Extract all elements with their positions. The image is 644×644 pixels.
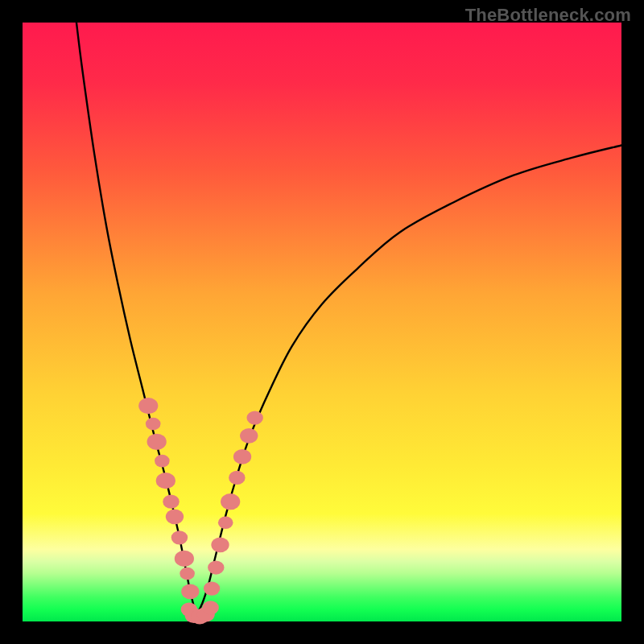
data-marker [204,581,220,595]
marker-layer [138,398,263,624]
curve-right-branch [196,146,621,616]
data-marker [211,537,229,552]
data-marker [175,551,194,567]
data-marker [163,495,179,509]
data-marker [218,516,233,529]
data-marker [155,455,170,468]
plot-area [23,23,621,621]
data-marker [146,418,161,431]
data-marker [166,509,184,524]
data-marker [240,428,258,444]
data-marker [202,601,218,614]
curve-left-branch [76,23,196,616]
data-marker [229,471,245,485]
chart-frame: TheBottleneck.com [0,0,644,644]
data-marker [246,411,262,424]
curve-layer [23,23,621,621]
data-marker [171,530,188,544]
data-marker [208,560,224,574]
data-marker [156,473,175,489]
data-marker [181,584,199,599]
data-marker [221,493,240,510]
data-marker [180,568,195,580]
data-marker [138,398,158,414]
data-marker [233,449,251,464]
data-marker [147,434,167,450]
